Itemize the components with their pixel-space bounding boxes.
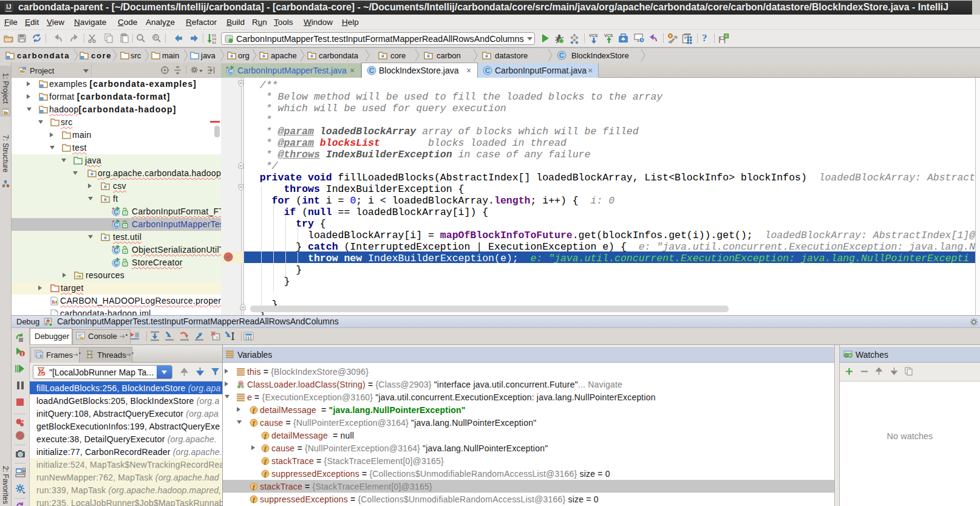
svg-text:!: ! [21, 351, 23, 357]
svg-text:>: > [216, 335, 219, 340]
svg-text:C: C [485, 67, 490, 74]
svg-text:m: m [239, 381, 242, 386]
svg-text:C: C [114, 260, 118, 267]
svg-text:01: 01 [212, 41, 217, 45]
svg-text:C: C [228, 68, 232, 75]
svg-text:C: C [114, 247, 118, 254]
svg-text:s: s [40, 354, 43, 358]
svg-text:C: C [114, 209, 118, 216]
svg-text:C: C [559, 52, 564, 59]
svg-text:VCS: VCS [589, 33, 598, 38]
svg-text:VCS: VCS [604, 33, 613, 38]
svg-text:C: C [114, 222, 118, 228]
svg-text:C: C [369, 67, 374, 74]
